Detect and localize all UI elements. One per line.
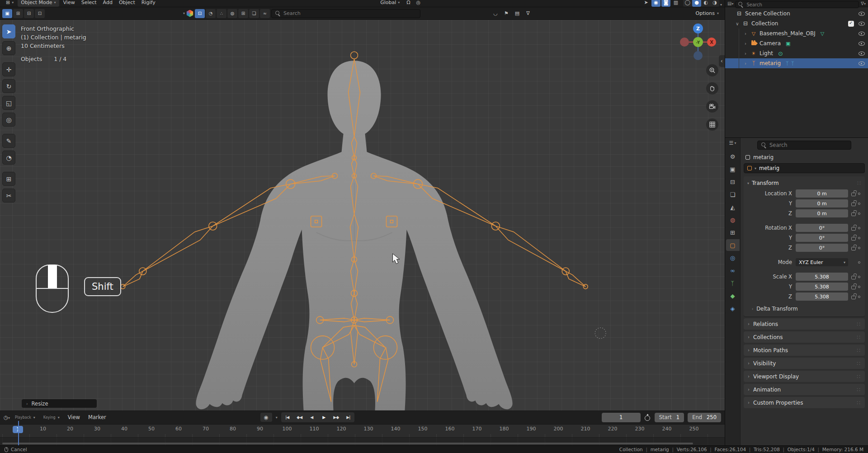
display-mode-icon[interactable]: ▤ [513, 9, 522, 18]
menu-object[interactable]: Object [116, 0, 138, 7]
shading-wireframe-icon[interactable]: ◯ [683, 0, 692, 7]
value-field[interactable]: 0 m [796, 209, 848, 217]
panel-animation[interactable]: › Animation ∷ [744, 384, 865, 395]
animate-dot-icon[interactable] [858, 237, 860, 239]
tab-render[interactable]: ▣ [726, 163, 740, 175]
playhead[interactable] [18, 421, 19, 445]
filter-icon[interactable]: ∇ [524, 9, 533, 18]
end-frame-field[interactable]: End 250 [688, 413, 721, 422]
tool-option-icon[interactable]: ◔ [206, 9, 216, 18]
tool-option-icon[interactable]: ≈ [260, 9, 270, 18]
delta-transform-subpanel[interactable]: › Delta Transform [752, 306, 865, 312]
outliner-row-camera[interactable]: › Camera [725, 38, 868, 48]
viewport-canvas[interactable] [0, 20, 725, 411]
outliner-row-basemesh[interactable]: › Basemesh_Male_OBJ [725, 28, 868, 38]
tool-search-input[interactable]: Search [271, 9, 420, 18]
eye-icon[interactable] [858, 40, 865, 47]
animate-dot-icon[interactable] [858, 296, 860, 298]
shading-rendered-icon[interactable]: ◑ [710, 0, 719, 7]
annotation-icon[interactable]: ◡ [491, 9, 500, 18]
timeline-editor-icon[interactable]: ◷▾ [4, 414, 10, 420]
select-mode-subtract-icon[interactable]: ⊟ [24, 9, 34, 18]
expander[interactable]: › [743, 31, 748, 36]
animate-dot-icon[interactable] [858, 227, 860, 229]
timeline-menu-marker[interactable]: Marker [84, 413, 110, 422]
tool-extra[interactable]: ✂ [2, 189, 15, 203]
panel-custom-properties[interactable]: › Custom Properties ∷ [744, 397, 865, 408]
eye-icon[interactable] [858, 20, 865, 27]
tool-transform[interactable]: ◎ [2, 113, 15, 127]
tool-add-cube[interactable]: ⊞ [2, 172, 15, 186]
tool-select-box[interactable]: ➤ [2, 24, 15, 38]
orientation-selector[interactable]: Global▾ [377, 0, 403, 7]
animate-dot-icon[interactable] [858, 203, 860, 205]
tool-option-icon[interactable]: ◍ [227, 9, 237, 18]
expander[interactable]: › [743, 61, 748, 66]
timeline-ruler[interactable]: 1020304050607080901001101201301401501601… [0, 425, 725, 438]
value-field[interactable]: 0 m [796, 199, 848, 208]
shading-solid-icon[interactable]: ● [692, 0, 701, 7]
jump-to-start-button[interactable]: |◀ [281, 412, 293, 422]
tool-option-icon[interactable]: ❏ [249, 9, 259, 18]
tab-output[interactable]: ⊟ [726, 176, 740, 188]
tab-bone[interactable]: ◆ [726, 290, 740, 302]
timeline-menu-playback[interactable]: Playback [11, 413, 39, 422]
timeline-scrollbar[interactable] [2, 443, 693, 444]
start-frame-field[interactable]: Start 1 [655, 413, 684, 422]
transform-panel-header[interactable]: ▾ Transform ∷ [744, 178, 865, 188]
properties-search-input[interactable]: Search [757, 141, 851, 150]
value-field[interactable]: 5.308 [796, 273, 848, 281]
eye-icon[interactable] [858, 30, 865, 37]
timeline-menu-view[interactable]: View [64, 413, 84, 422]
sidebar-toggle[interactable]: ‹ [719, 55, 725, 67]
lock-icon[interactable] [851, 293, 857, 300]
outliner-editor-icon[interactable]: ▤▾ [727, 1, 733, 6]
tool-annotate[interactable]: ✎ [2, 134, 15, 148]
rotation-mode-dropdown[interactable]: XYZ Euler [796, 258, 848, 266]
expander[interactable]: ∨ [735, 21, 740, 26]
bookmark-icon[interactable]: ⚑ [502, 9, 511, 18]
jump-to-end-button[interactable]: ▶| [342, 412, 354, 422]
tool-option-icon[interactable]: ∴ [217, 9, 226, 18]
pan-hand-icon[interactable] [706, 82, 718, 94]
panel-viewport-display[interactable]: › Viewport Display ∷ [744, 371, 865, 382]
tool-rotate[interactable]: ↻ [2, 79, 15, 93]
properties-editor-icon[interactable]: ☰▾ [729, 140, 736, 146]
auto-key-button[interactable]: ◉ [260, 413, 272, 422]
value-field[interactable]: 0 m [796, 189, 848, 198]
tab-scene[interactable]: ◭ [726, 201, 740, 213]
lock-icon[interactable] [851, 283, 857, 290]
animate-dot-icon[interactable] [858, 261, 860, 264]
tab-tool[interactable]: ⚙ [726, 151, 740, 162]
object-name-field[interactable]: ▾ metarig [744, 163, 865, 173]
snap-magnet-icon[interactable]: Ω [404, 0, 413, 7]
play-reverse-button[interactable]: ◀ [306, 412, 318, 422]
shading-material-icon[interactable]: ◐ [701, 0, 710, 7]
menu-add[interactable]: Add [100, 0, 116, 7]
menu-select[interactable]: Select [78, 0, 100, 7]
menu-rigify[interactable]: Rigify [138, 0, 159, 7]
proportional-edit-icon[interactable]: ◎ [414, 0, 423, 7]
3d-viewport[interactable]: ➤⊕✛↻◱◎✎◔⊞✂ Front Orthographic (1) Collec… [0, 20, 725, 411]
timeline-menu-keying[interactable]: Keying [39, 413, 64, 422]
animate-dot-icon[interactable] [858, 193, 860, 195]
prev-keyframe-button[interactable]: ◆◀ [293, 412, 306, 422]
keying-dropdown-icon[interactable]: ▾ [276, 415, 278, 420]
tab-physics[interactable]: ◎ [726, 252, 740, 264]
options-button[interactable]: Options▾ [692, 10, 722, 16]
outliner-row-collection[interactable]: ∨ Collection [725, 19, 868, 28]
tab-constraints[interactable]: ∞ [726, 264, 740, 276]
lock-icon[interactable] [851, 190, 857, 197]
value-field[interactable]: 0° [796, 234, 848, 242]
lock-icon[interactable] [851, 225, 857, 231]
tool-measure[interactable]: ◔ [2, 151, 15, 165]
mode-selector[interactable]: Object Mode▾ [18, 0, 59, 7]
perspective-grid-icon[interactable] [706, 118, 718, 131]
outliner-filter-icon[interactable]: ∇▾ [861, 1, 866, 6]
lock-icon[interactable] [851, 274, 857, 280]
navigation-gizmo[interactable]: Z X -Y [679, 23, 717, 61]
eye-icon[interactable] [858, 50, 865, 57]
panel-motion-paths[interactable]: › Motion Paths ∷ [744, 344, 865, 356]
tab-object[interactable]: ▢ [726, 239, 740, 251]
menu-view[interactable]: View [60, 0, 78, 7]
